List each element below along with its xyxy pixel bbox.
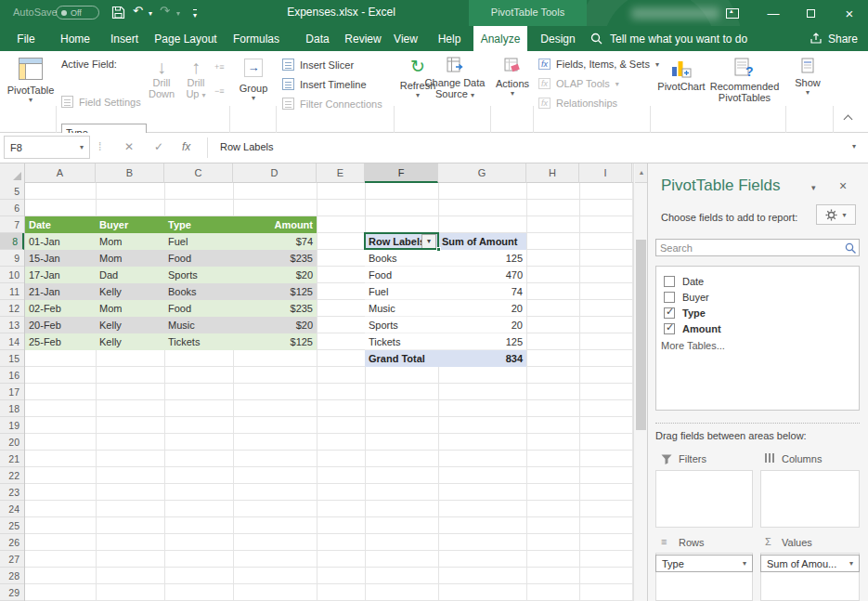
scrollbar-thumb[interactable]	[636, 240, 646, 430]
table-cell[interactable]: Mom	[96, 250, 164, 267]
column-header-d[interactable]: D	[233, 163, 317, 183]
row-header-6[interactable]: 6	[0, 200, 24, 216]
fill-handle[interactable]	[436, 247, 441, 252]
column-header-f[interactable]: F	[365, 163, 438, 183]
table-cell[interactable]: 25-Feb	[25, 333, 96, 350]
table-cell[interactable]: 21-Jan	[25, 283, 96, 300]
namebox-divider-dots[interactable]: ⁞	[98, 140, 101, 153]
row-header-29[interactable]: 29	[0, 584, 24, 601]
column-header-a[interactable]: A	[25, 163, 96, 183]
checkbox-type[interactable]: ✓	[664, 307, 675, 319]
pivot-cell[interactable]: 125	[438, 250, 526, 267]
show-button[interactable]: Show ▾	[789, 58, 826, 97]
checkbox-date[interactable]	[664, 276, 675, 287]
pivot-cell[interactable]: 470	[438, 267, 526, 283]
row-header-24[interactable]: 24	[0, 501, 24, 517]
actions-button[interactable]: Actions ▾	[494, 58, 531, 98]
calc-item-fields-items-sets[interactable]: fxFields, Items, & Sets▾	[538, 59, 659, 70]
row-header-14[interactable]: 14	[0, 333, 24, 350]
row-header-27[interactable]: 27	[0, 551, 24, 568]
recommended-pivottables-button[interactable]: ? Recommended PivotTables	[707, 57, 782, 103]
close-button[interactable]: ×	[834, 0, 865, 26]
tab-view[interactable]: View	[386, 26, 425, 51]
table-cell[interactable]: $235	[233, 300, 317, 317]
pivot-cell[interactable]: Sports	[365, 317, 438, 333]
row-header-28[interactable]: 28	[0, 568, 24, 584]
insert-function-icon[interactable]: fx	[182, 140, 190, 153]
table-cell[interactable]: Books	[164, 283, 233, 300]
name-box[interactable]: F8 ▾	[4, 136, 90, 159]
user-account-blurred[interactable]	[631, 7, 719, 20]
row-header-23[interactable]: 23	[0, 484, 24, 501]
pivot-cell[interactable]: Music	[365, 300, 438, 317]
values-field-chip[interactable]: Sum of Amou... ▾	[760, 555, 860, 572]
select-all-corner[interactable]	[0, 163, 25, 183]
row-header-18[interactable]: 18	[0, 400, 24, 417]
tab-data[interactable]: Data	[295, 26, 340, 51]
table-cell[interactable]: Kelly	[96, 333, 164, 350]
table-cell[interactable]: 17-Jan	[25, 267, 96, 283]
vertical-scrollbar[interactable]: ▲	[633, 163, 647, 601]
table-cell[interactable]: Tickets	[164, 333, 233, 350]
row-labels-filter-button[interactable]: ▾	[421, 234, 436, 249]
table-cell[interactable]: 20-Feb	[25, 317, 96, 333]
row-header-26[interactable]: 26	[0, 534, 24, 551]
table-cell[interactable]: Mom	[96, 300, 164, 317]
row-header-9[interactable]: 9	[0, 250, 24, 267]
table-cell[interactable]: Kelly	[96, 317, 164, 333]
search-input[interactable]	[660, 241, 836, 255]
table-cell[interactable]: Fuel	[164, 233, 233, 250]
rows-field-chip[interactable]: Type ▾	[655, 555, 753, 572]
fields-search-box[interactable]	[655, 239, 860, 256]
row-header-19[interactable]: 19	[0, 417, 24, 434]
table-cell[interactable]: Mom	[96, 233, 164, 250]
table-cell[interactable]: $20	[233, 317, 317, 333]
pane-search-icon[interactable]	[845, 242, 857, 255]
table-cell[interactable]: 01-Jan	[25, 233, 96, 250]
pivot-cell[interactable]: Books	[365, 250, 438, 267]
pivot-cell[interactable]: 74	[438, 283, 526, 300]
save-icon[interactable]	[111, 6, 125, 20]
pivottable-options-button[interactable]: PivotTable ▾	[9, 58, 52, 104]
table-cell[interactable]: Sports	[164, 267, 233, 283]
row-header-17[interactable]: 17	[0, 384, 24, 400]
expand-formula-bar-icon[interactable]: ▾	[852, 142, 856, 150]
filter-item-insert-timeline[interactable]: Insert Timeline	[282, 78, 367, 90]
pivot-cell[interactable]: 20	[438, 317, 526, 333]
tab-home[interactable]: Home	[54, 26, 97, 51]
row-header-12[interactable]: 12	[0, 300, 24, 317]
row-header-8[interactable]: 8	[0, 233, 24, 250]
qat-customize-icon[interactable]: ▾	[193, 9, 197, 20]
table-cell[interactable]: Food	[164, 300, 233, 317]
more-tables-link[interactable]: More Tables...	[661, 340, 725, 351]
row-header-5[interactable]: 5	[0, 183, 24, 200]
row-header-22[interactable]: 22	[0, 467, 24, 484]
maximize-button[interactable]	[795, 0, 826, 26]
table-cell[interactable]: $125	[233, 283, 317, 300]
column-header-b[interactable]: B	[96, 163, 164, 183]
tab-design[interactable]: Design	[529, 26, 587, 51]
autosave-toggle[interactable]: Off	[56, 6, 99, 20]
tab-help[interactable]: Help	[429, 26, 470, 51]
row-header-21[interactable]: 21	[0, 451, 24, 467]
undo-caret-icon[interactable]: ▾	[149, 9, 152, 18]
table-cell[interactable]: Kelly	[96, 283, 164, 300]
checkbox-buyer[interactable]	[664, 292, 675, 303]
pane-options-caret-icon[interactable]: ▾	[811, 183, 816, 192]
checkbox-amount[interactable]: ✓	[664, 323, 675, 334]
field-item-buyer[interactable]: Buyer	[664, 290, 709, 305]
pivot-cell[interactable]: Tickets	[365, 333, 438, 350]
change-data-source-button[interactable]: Change Data Source ▾	[421, 57, 488, 99]
table-cell[interactable]: 15-Jan	[25, 250, 96, 267]
row-header-13[interactable]: 13	[0, 317, 24, 333]
name-box-caret-icon[interactable]: ▾	[80, 143, 84, 151]
tab-page-layout[interactable]: Page Layout	[152, 26, 219, 51]
pivot-cell[interactable]: Food	[365, 267, 438, 283]
minimize-button[interactable]: —	[758, 0, 789, 26]
pane-tools-button[interactable]: ▾	[816, 204, 856, 225]
field-item-type[interactable]: ✓Type	[664, 306, 706, 320]
table-cell[interactable]: $20	[233, 267, 317, 283]
row-header-15[interactable]: 15	[0, 350, 24, 367]
table-cell[interactable]: $74	[233, 233, 317, 250]
table-cell[interactable]: $235	[233, 250, 317, 267]
